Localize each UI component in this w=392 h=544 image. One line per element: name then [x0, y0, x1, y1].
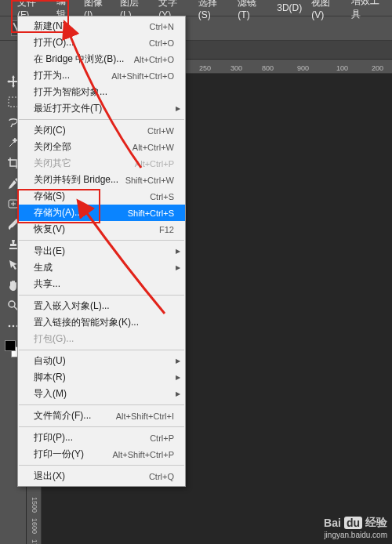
menuitem-open-smart-object[interactable]: 打开为智能对象...	[18, 84, 185, 100]
svg-rect-3	[9, 97, 18, 107]
menuitem-package: 打包(G)...	[18, 331, 185, 347]
svg-point-7	[12, 325, 14, 328]
menuitem-print-one[interactable]: 打印一份(Y)Alt+Shift+Ctrl+P	[18, 446, 185, 462]
watermark: Baidu 经验 jingyan.baidu.com	[324, 516, 387, 539]
menuitem-place-linked[interactable]: 置入链接的智能对象(K)...	[18, 314, 185, 331]
menuitem-share[interactable]: 共享...	[18, 276, 185, 292]
menuitem-browse-bridge[interactable]: 在 Bridge 中浏览(B)...Alt+Ctrl+O	[18, 51, 185, 67]
menuitem-save[interactable]: 存储(S)Ctrl+S	[18, 188, 185, 205]
menuitem-print[interactable]: 打印(P)...Ctrl+P	[18, 430, 185, 446]
menuitem-place-embedded[interactable]: 置入嵌入对象(L)...	[18, 298, 185, 314]
menuitem-file-info[interactable]: 文件简介(F)...Alt+Shift+Ctrl+I	[18, 408, 185, 424]
svg-point-5	[9, 301, 15, 307]
menuitem-automate[interactable]: 自动(U)	[18, 353, 185, 369]
menuitem-open[interactable]: 打开(O)...Ctrl+O	[18, 34, 185, 51]
menu-plugins[interactable]: 增效工具	[347, 0, 392, 23]
menuitem-generate[interactable]: 生成	[18, 259, 185, 276]
menu-filter[interactable]: 滤镜(T)	[233, 0, 272, 22]
svg-point-6	[8, 325, 10, 328]
menuitem-close-all[interactable]: 关闭全部Alt+Ctrl+W	[18, 139, 185, 155]
menu-select[interactable]: 选择(S)	[194, 0, 234, 22]
menuitem-new[interactable]: 新建(N)...Ctrl+N	[18, 18, 185, 34]
menuitem-import[interactable]: 导入(M)	[18, 386, 185, 402]
menuitem-exit[interactable]: 退出(X)Ctrl+Q	[18, 468, 185, 484]
menu-3d[interactable]: 3D(D)	[272, 1, 307, 15]
menubar: 文件(F) 编辑 图像(I) 图层(L) 文字(Y) 选择(S) 滤镜(T) 3…	[0, 0, 392, 16]
menuitem-export[interactable]: 导出(E)	[18, 243, 185, 259]
menuitem-close-others: 关闭其它Alt+Ctrl+P	[18, 155, 185, 172]
menuitem-revert[interactable]: 恢复(V)F12	[18, 221, 185, 238]
menuitem-open-as[interactable]: 打开为...Alt+Shift+Ctrl+O	[18, 67, 185, 84]
menuitem-recent-files[interactable]: 最近打开文件(T)	[18, 100, 185, 117]
menuitem-close[interactable]: 关闭(C)Ctrl+W	[18, 122, 185, 139]
menuitem-close-goto-bridge[interactable]: 关闭并转到 Bridge...Shift+Ctrl+W	[18, 172, 185, 188]
menuitem-save-as[interactable]: 存储为(A)...Shift+Ctrl+S	[18, 205, 185, 221]
menu-view[interactable]: 视图(V)	[307, 0, 347, 22]
file-menu-dropdown: 新建(N)...Ctrl+N 打开(O)...Ctrl+O 在 Bridge 中…	[17, 16, 186, 487]
menuitem-scripts[interactable]: 脚本(R)	[18, 369, 185, 386]
